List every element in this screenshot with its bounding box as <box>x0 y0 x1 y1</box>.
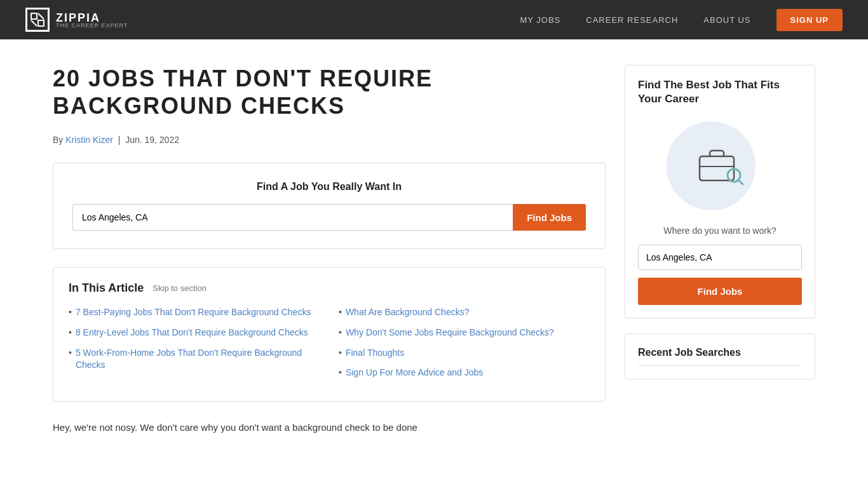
toc-item: • Why Don't Some Jobs Require Background… <box>339 327 590 339</box>
article-title: 20 JOBS THAT DON'T REQUIRE BACKGROUND CH… <box>53 65 606 119</box>
meta-date: Jun. 19, 2022 <box>125 135 179 145</box>
sidebar-location-input[interactable] <box>638 245 802 270</box>
sidebar-find-jobs-button[interactable]: Find Jobs <box>638 278 802 305</box>
nav-link-myjobs[interactable]: MY JOBS <box>520 15 560 25</box>
toc-box: In This Article Skip to section • 7 Best… <box>53 267 606 401</box>
toc-skip[interactable]: Skip to section <box>153 283 207 293</box>
sidebar-job-card: Find The Best Job That Fits Your Career <box>625 65 815 318</box>
toc-link-7[interactable]: Sign Up For More Advice and Jobs <box>346 367 483 379</box>
toc-bullet: • <box>339 348 342 358</box>
toc-bullet: • <box>69 307 72 317</box>
toc-link-2[interactable]: 8 Entry-Level Jobs That Don't Require Ba… <box>76 327 308 339</box>
toc-bullet: • <box>69 327 72 337</box>
signup-button[interactable]: SIGN UP <box>776 9 843 31</box>
sidebar-recent-searches: Recent Job Searches <box>625 334 815 379</box>
toc-link-4[interactable]: What Are Background Checks? <box>346 306 470 319</box>
toc-item: • Sign Up For More Advice and Jobs <box>339 367 590 379</box>
svg-line-2 <box>31 20 37 26</box>
logo[interactable]: ZIPPIA THE CAREER EXPERT <box>25 8 128 32</box>
author-link[interactable]: Kristin Kizer <box>65 135 113 145</box>
svg-rect-1 <box>38 20 44 26</box>
main-content: 20 JOBS THAT DON'T REQUIRE BACKGROUND CH… <box>53 65 606 435</box>
logo-icon <box>25 8 50 32</box>
toc-item: • What Are Background Checks? <box>339 306 590 319</box>
toc-link-5[interactable]: Why Don't Some Jobs Require Background C… <box>346 327 554 339</box>
article-intro: Hey, we're not nosy. We don't care why y… <box>53 419 606 436</box>
sidebar-label: Where do you want to work? <box>638 226 802 236</box>
meta-by: By <box>53 135 63 145</box>
find-jobs-button[interactable]: Find Jobs <box>513 204 586 231</box>
briefcase-icon <box>695 142 745 189</box>
job-illustration <box>638 115 802 217</box>
toc-link-3[interactable]: 5 Work-From-Home Jobs That Don't Require… <box>76 347 320 372</box>
recent-searches-title: Recent Job Searches <box>638 347 802 366</box>
toc-bullet: • <box>339 367 342 377</box>
navbar: ZIPPIA THE CAREER EXPERT MY JOBS CAREER … <box>0 0 868 39</box>
job-search-box: Find A Job You Really Want In Find Jobs <box>53 163 606 249</box>
toc-bullet: • <box>339 327 342 337</box>
toc-bullet: • <box>69 348 72 358</box>
nav-link-about-us[interactable]: ABOUT US <box>703 15 750 25</box>
page-wrapper: 20 JOBS THAT DON'T REQUIRE BACKGROUND CH… <box>27 39 841 461</box>
svg-rect-0 <box>31 13 37 19</box>
toc-link-6[interactable]: Final Thoughts <box>346 347 404 360</box>
sidebar-job-title: Find The Best Job That Fits Your Career <box>638 78 802 106</box>
job-search-title: Find A Job You Really Want In <box>72 181 586 193</box>
toc-item: • 5 Work-From-Home Jobs That Don't Requi… <box>69 347 320 372</box>
svg-line-3 <box>38 13 44 19</box>
toc-right-col: • What Are Background Checks? • Why Don'… <box>339 306 590 386</box>
job-search-input[interactable] <box>72 204 513 231</box>
toc-item: • 7 Best-Paying Jobs That Don't Require … <box>69 306 320 319</box>
logo-sub: THE CAREER EXPERT <box>56 22 128 29</box>
toc-item: • Final Thoughts <box>339 347 590 360</box>
nav-links: MY JOBS CAREER RESEARCH ABOUT US SIGN UP <box>520 9 843 31</box>
toc-bullet: • <box>339 307 342 317</box>
article-meta: By Kristin Kizer | Jun. 19, 2022 <box>53 135 606 145</box>
toc-left-col: • 7 Best-Paying Jobs That Don't Require … <box>69 306 320 386</box>
toc-header: In This Article Skip to section <box>69 281 590 295</box>
toc-link-1[interactable]: 7 Best-Paying Jobs That Don't Require Ba… <box>76 306 311 319</box>
svg-rect-4 <box>700 156 734 180</box>
toc-item: • 8 Entry-Level Jobs That Don't Require … <box>69 327 320 339</box>
toc-columns: • 7 Best-Paying Jobs That Don't Require … <box>69 306 590 386</box>
nav-link-career-research[interactable]: CAREER RESEARCH <box>586 15 678 25</box>
sidebar: Find The Best Job That Fits Your Career <box>625 65 815 435</box>
toc-title: In This Article <box>69 281 144 295</box>
svg-line-7 <box>738 180 743 184</box>
job-search-row: Find Jobs <box>72 204 586 231</box>
